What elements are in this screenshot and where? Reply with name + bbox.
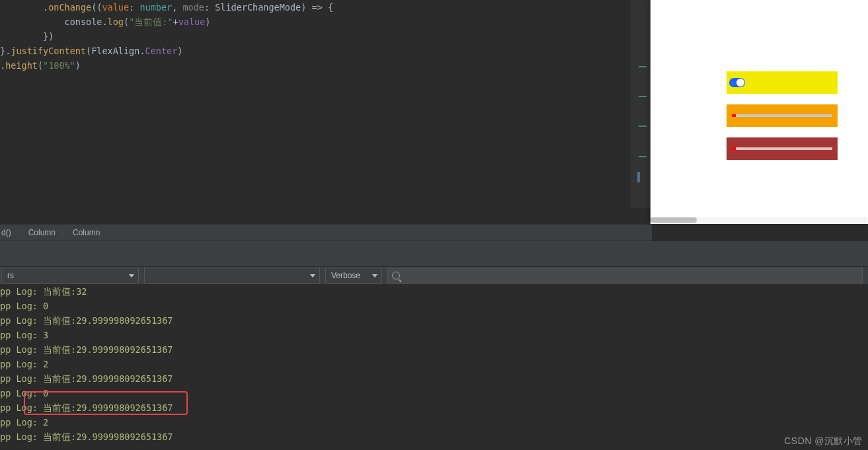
log-line[interactable]: pp Log: 2 (0, 357, 868, 371)
chevron-right-icon: 〉 (61, 227, 69, 239)
log-level-label: Verbose (331, 271, 360, 280)
code-line[interactable]: console.log("当前值:"+value) (0, 15, 631, 29)
slider-fill (732, 147, 736, 150)
log-line[interactable]: pp Log: 当前值:29.999998092651367 (0, 371, 868, 386)
log-search-input[interactable] (387, 268, 863, 283)
slider-fill (732, 114, 736, 117)
log-line[interactable]: pp Log: 2 (0, 415, 868, 430)
breadcrumb-item[interactable]: Column (73, 228, 100, 237)
change-mark-icon (639, 126, 647, 127)
log-output[interactable]: pp Log: 当前值:32pp Log: 0pp Log: 当前值:29.99… (0, 284, 868, 450)
slider[interactable] (727, 104, 838, 127)
panel-divider[interactable] (0, 241, 868, 267)
change-mark-icon (639, 156, 647, 157)
log-filter-dropdown-2[interactable] (144, 268, 320, 283)
slider-track (732, 147, 832, 150)
slider-track (732, 114, 832, 117)
preview-scrollbar[interactable] (651, 217, 867, 223)
log-filter-dropdown-1[interactable]: rs (1, 268, 139, 283)
log-line[interactable]: pp Log: 当前值:29.999998092651367 (0, 313, 868, 328)
caret-mark-icon (637, 172, 640, 182)
log-toolbar: rs Verbose (0, 267, 868, 284)
slider-thumb[interactable] (729, 78, 745, 87)
slider[interactable] (727, 71, 838, 94)
code-line[interactable]: .onChange((value: number, mode: SliderCh… (0, 0, 631, 15)
log-line[interactable]: pp Log: 当前值:29.999998092651367 (0, 400, 868, 415)
log-line[interactable]: pp Log: 当前值:32 (0, 284, 868, 299)
search-icon (392, 272, 400, 280)
preview-pane (651, 0, 868, 224)
log-line[interactable]: pp Log: 当前值:29.999998092651367 (0, 430, 868, 444)
editor-marker-gutter (631, 0, 651, 208)
code-editor[interactable]: .onChange((value: number, mode: SliderCh… (0, 0, 631, 208)
slider[interactable] (727, 137, 838, 160)
chevron-down-icon (310, 274, 315, 278)
log-line[interactable]: pp Log: 3 (0, 328, 868, 342)
chevron-down-icon (372, 274, 377, 278)
breadcrumb: d() 〉 Column 〉 Column (0, 224, 652, 241)
code-line[interactable]: }) (0, 29, 631, 44)
breadcrumb-root[interactable]: d() (1, 228, 11, 237)
log-line[interactable]: pp Log: 当前值:29.999998092651367 (0, 342, 868, 357)
log-line[interactable]: pp Log: 0 (0, 299, 868, 313)
code-line[interactable]: }.justifyContent(FlexAlign.Center) (0, 44, 631, 58)
change-mark-icon (639, 96, 647, 97)
filter-label: rs (7, 271, 14, 280)
code-line[interactable]: .height("100%") (0, 58, 631, 73)
log-level-dropdown[interactable]: Verbose (325, 268, 382, 283)
log-line[interactable]: pp Log: 0 (0, 386, 868, 400)
change-mark-icon (639, 66, 647, 67)
chevron-down-icon (129, 274, 134, 278)
breadcrumb-item[interactable]: Column (28, 228, 56, 237)
chevron-right-icon: 〉 (17, 227, 24, 239)
